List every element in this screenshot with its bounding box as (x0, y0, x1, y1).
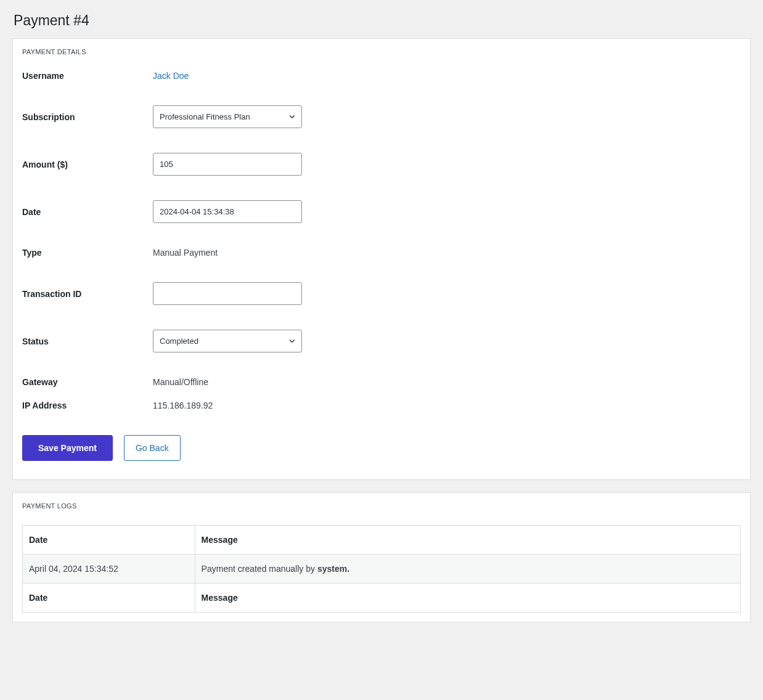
page-title: Payment #4 (12, 0, 751, 38)
save-payment-button[interactable]: Save Payment (22, 435, 113, 461)
row-type: Type Manual Payment (22, 248, 741, 258)
date-input[interactable] (153, 200, 302, 223)
label-ip: IP Address (22, 401, 153, 410)
logs-header-date: Date (23, 526, 195, 555)
row-status: Status Completed (22, 330, 741, 352)
go-back-button[interactable]: Go Back (124, 435, 181, 461)
button-row: Save Payment Go Back (22, 435, 741, 461)
logs-table: Date Message April 04, 2024 15:34:52 Pay… (22, 525, 741, 612)
label-type: Type (22, 248, 153, 258)
panel-heading-details: PAYMENT DETAILS (22, 48, 741, 55)
amount-input[interactable] (153, 153, 302, 176)
subscription-select[interactable]: Professional Fitness Plan (153, 105, 302, 128)
panel-heading-logs: PAYMENT LOGS (22, 502, 741, 510)
payment-details-panel: PAYMENT DETAILS Username Jack Doe Subscr… (12, 38, 751, 480)
row-date: Date (22, 200, 741, 223)
label-date: Date (22, 207, 153, 217)
transaction-id-input[interactable] (153, 282, 302, 305)
row-username: Username Jack Doe (22, 71, 741, 81)
label-subscription: Subscription (22, 112, 153, 122)
log-date-cell: April 04, 2024 15:34:52 (23, 555, 195, 584)
label-username: Username (22, 71, 153, 81)
row-gateway: Gateway Manual/Offline (22, 377, 741, 387)
logs-header-message: Message (195, 526, 740, 555)
row-transaction-id: Transaction ID (22, 282, 741, 305)
username-link[interactable]: Jack Doe (153, 71, 189, 81)
table-row: April 04, 2024 15:34:52 Payment created … (23, 555, 741, 584)
label-amount: Amount ($) (22, 160, 153, 169)
logs-footer-date: Date (23, 584, 195, 612)
log-message-cell: Payment created manually by system. (195, 555, 740, 584)
status-select[interactable]: Completed (153, 330, 302, 352)
label-status: Status (22, 336, 153, 346)
logs-footer-message: Message (195, 584, 740, 612)
ip-value: 115.186.189.92 (153, 401, 213, 410)
gateway-value: Manual/Offline (153, 377, 208, 387)
row-subscription: Subscription Professional Fitness Plan (22, 105, 741, 128)
label-transaction-id: Transaction ID (22, 289, 153, 299)
row-ip: IP Address 115.186.189.92 (22, 401, 741, 410)
type-value: Manual Payment (153, 248, 218, 258)
label-gateway: Gateway (22, 377, 153, 387)
row-amount: Amount ($) (22, 153, 741, 176)
payment-logs-panel: PAYMENT LOGS Date Message April 04, 2024… (12, 492, 751, 622)
